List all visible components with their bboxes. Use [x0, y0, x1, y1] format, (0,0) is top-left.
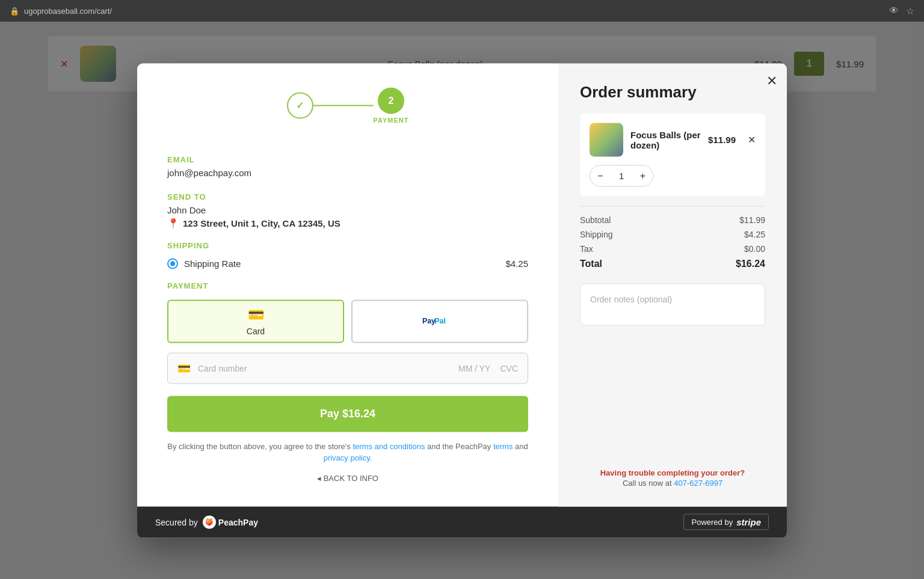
brand-name: PeachPay — [218, 517, 258, 527]
card-cvc-input[interactable]: CVC — [500, 363, 518, 373]
star-icon: ☆ — [906, 5, 914, 17]
footer-secured: Secured by 🍑 PeachPay — [155, 515, 258, 528]
step-1-circle: ✓ — [287, 92, 313, 118]
shipping-label: SHIPPING — [167, 240, 528, 250]
checkout-stepper: ✓ 2 PAYMENT — [167, 87, 528, 123]
total-row: Total $16.24 — [580, 258, 765, 269]
phone-link[interactable]: 407-627-6997 — [674, 478, 722, 487]
shipping-name: Shipping Rate — [184, 259, 499, 269]
browser-bar: 🔒 ugoprobaseball.com/cart/ 👁 ☆ — [0, 0, 924, 22]
modal-body: ✓ 2 PAYMENT EMAIL john@peachpay.com SE — [137, 63, 787, 506]
step-2-number: 2 — [389, 95, 394, 106]
recipient-name: John Doe — [167, 204, 528, 215]
subtotal-value: $11.99 — [739, 215, 765, 224]
peachpay-logo: 🍑 PeachPay — [203, 515, 258, 528]
shipping-option[interactable]: Shipping Rate $4.25 — [167, 258, 528, 269]
subtotal-label: Subtotal — [580, 215, 611, 224]
checkout-left-panel: ✓ 2 PAYMENT EMAIL john@peachpay.com SE — [137, 63, 558, 506]
step-2-label: PAYMENT — [374, 116, 409, 123]
url-bar[interactable]: ugoprobaseball.com/cart/ — [24, 7, 112, 16]
card-payment-btn[interactable]: 💳 Card — [167, 299, 344, 343]
totals-section: Subtotal $11.99 Shipping $4.25 Tax $0.00… — [580, 206, 765, 274]
payment-section-label: PAYMENT — [167, 281, 528, 290]
back-to-info-link[interactable]: ◂ BACK TO INFO — [167, 473, 528, 482]
terms-and: and — [515, 441, 528, 450]
peachpay-icon: 🍑 — [203, 515, 216, 528]
browser-icons: 👁 ☆ — [889, 5, 914, 17]
tax-value: $0.00 — [744, 244, 765, 253]
paypal-icon: Pay Pal — [422, 313, 458, 329]
shipping-row: Shipping $4.25 — [580, 229, 765, 239]
shipping-row-label: Shipping — [580, 229, 613, 239]
step-2-circle: 2 — [378, 87, 404, 114]
email-label: EMAIL — [167, 155, 528, 164]
tax-row: Tax $0.00 — [580, 244, 765, 253]
page-content: ✕ Focus Balls (per dozen) $11.99 1 $11.9… — [0, 22, 924, 579]
email-value: john@peachpay.com — [167, 167, 528, 177]
item-image — [590, 123, 623, 156]
tax-label: Tax — [580, 244, 593, 253]
card-btn-label: Card — [247, 326, 265, 335]
modal-footer: Secured by 🍑 PeachPay Powered by stripe — [137, 506, 787, 538]
stripe-text: stripe — [736, 517, 761, 527]
address-value: 123 Street, Unit 1, City, CA 12345, US — [183, 218, 340, 228]
total-value: $16.24 — [736, 258, 765, 269]
shipping-price: $4.25 — [505, 259, 528, 269]
svg-text:Pal: Pal — [434, 316, 446, 325]
send-to-label: SEND TO — [167, 192, 528, 201]
payment-methods: 💳 Card Pay Pal — [167, 299, 528, 343]
total-label: Total — [580, 258, 602, 269]
pay-button[interactable]: Pay $16.24 — [167, 396, 528, 432]
paypal-payment-btn[interactable]: Pay Pal — [351, 299, 528, 343]
qty-increase-btn[interactable]: + — [632, 165, 653, 186]
card-input-row[interactable]: 💳 Card number MM / YY CVC — [167, 352, 528, 384]
qty-value: 1 — [611, 171, 632, 181]
secured-text: Secured by — [155, 517, 198, 527]
peachpay-terms-link[interactable]: terms — [493, 441, 513, 450]
privacy-policy-link[interactable]: privacy policy — [324, 453, 370, 462]
card-icon: 💳 — [248, 307, 264, 322]
terms-conditions-link[interactable]: terms and conditions — [353, 441, 425, 450]
qty-decrease-btn[interactable]: − — [590, 165, 611, 186]
lock-icon: 🔒 — [10, 7, 19, 16]
checkout-modal: ✓ 2 PAYMENT EMAIL john@peachpay.com SE — [137, 63, 787, 538]
order-notes[interactable]: Order notes (optional) — [580, 283, 765, 325]
address-row: 📍 123 Street, Unit 1, City, CA 12345, US — [167, 217, 528, 228]
subtotal-row: Subtotal $11.99 — [580, 215, 765, 224]
terms-before: By clicking the button above, you agree … — [167, 441, 351, 450]
svg-text:Pay: Pay — [422, 316, 436, 325]
checkout-right-panel: ✕ Order summary Focus Balls (per dozen) … — [558, 63, 787, 506]
step-1-check: ✓ — [296, 100, 304, 111]
order-summary-title: Order summary — [580, 82, 765, 101]
step-line — [313, 105, 374, 106]
order-item-card: Focus Balls (per dozen) $11.99 ✕ − 1 + — [580, 113, 765, 196]
terms-text: By clicking the button above, you agree … — [167, 440, 528, 464]
powered-by-stripe: Powered by stripe — [683, 514, 769, 530]
card-expiry-input[interactable]: MM / YY — [458, 363, 490, 373]
terms-middle: and the PeachPay — [427, 441, 491, 450]
powered-text: Powered by — [691, 518, 733, 527]
pin-icon: 📍 — [167, 217, 179, 228]
order-item-top: Focus Balls (per dozen) $11.99 ✕ — [590, 123, 756, 156]
shipping-radio[interactable] — [167, 258, 178, 269]
trouble-call: Call us now at 407-627-6997 — [580, 478, 765, 487]
terms-period: . — [370, 453, 372, 462]
call-text: Call us now at — [623, 478, 672, 487]
trouble-section: Having trouble completing your order? Ca… — [580, 468, 765, 487]
qty-control: − 1 + — [590, 165, 653, 186]
shipping-row-value: $4.25 — [744, 229, 765, 239]
step-2-wrapper: 2 PAYMENT — [374, 87, 409, 123]
item-remove-btn[interactable]: ✕ — [748, 134, 756, 146]
close-button[interactable]: ✕ — [766, 73, 777, 88]
card-chip-icon: 💳 — [177, 361, 191, 375]
item-name: Focus Balls (per dozen) — [630, 129, 701, 150]
item-price: $11.99 — [708, 135, 736, 145]
step-1-wrapper: ✓ — [287, 92, 313, 118]
card-number-input[interactable]: Card number — [198, 363, 458, 373]
order-notes-placeholder: Order notes (optional) — [590, 294, 672, 304]
trouble-title: Having trouble completing your order? — [580, 468, 765, 477]
visibility-icon: 👁 — [889, 5, 899, 17]
